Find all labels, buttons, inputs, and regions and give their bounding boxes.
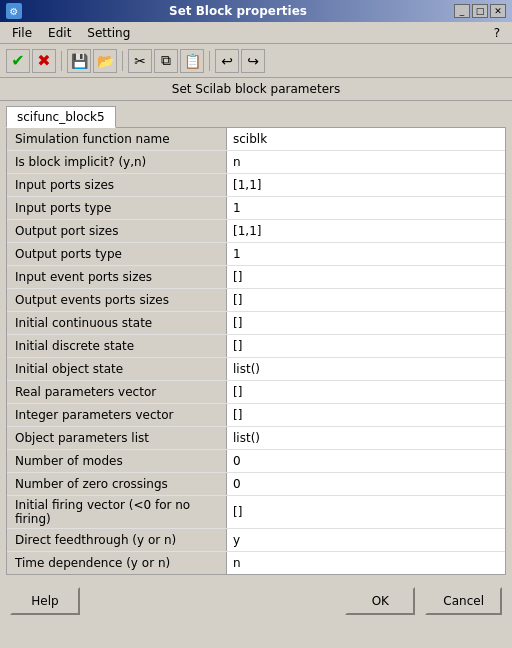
form-row: Output ports type <box>7 243 505 266</box>
menu-bar: File Edit Setting ? <box>0 22 512 44</box>
maximize-button[interactable]: □ <box>472 4 488 18</box>
form-label: Input event ports sizes <box>7 266 227 288</box>
form-input[interactable] <box>233 339 499 353</box>
form-label: Initial object state <box>7 358 227 380</box>
form-value[interactable] <box>227 404 505 426</box>
tab-scifunc[interactable]: scifunc_block5 <box>6 106 116 128</box>
form-value[interactable] <box>227 266 505 288</box>
form-input[interactable] <box>233 132 499 146</box>
toolbar-separator-2 <box>122 51 123 71</box>
form-input[interactable] <box>233 247 499 261</box>
sub-header: Set Scilab block parameters <box>0 78 512 101</box>
help-button[interactable]: Help <box>10 587 80 615</box>
form-input[interactable] <box>233 505 499 519</box>
save-button[interactable]: 💾 <box>67 49 91 73</box>
form-label: Object parameters list <box>7 427 227 449</box>
toolbar-separator-1 <box>61 51 62 71</box>
form-input[interactable] <box>233 533 499 547</box>
check-button[interactable]: ✔ <box>6 49 30 73</box>
close-button[interactable]: ✕ <box>490 4 506 18</box>
form-input[interactable] <box>233 556 499 570</box>
menu-help[interactable]: ? <box>486 24 508 42</box>
menu-edit[interactable]: Edit <box>40 24 79 42</box>
form-value[interactable] <box>227 552 505 574</box>
form-value[interactable] <box>227 473 505 495</box>
form-row: Simulation function name <box>7 128 505 151</box>
form-label: Time dependence (y or n) <box>7 552 227 574</box>
redo-icon: ↪ <box>247 53 259 69</box>
form-label: Simulation function name <box>7 128 227 150</box>
form-value[interactable] <box>227 128 505 150</box>
form-value[interactable] <box>227 450 505 472</box>
open-icon: 📂 <box>97 53 114 69</box>
open-button[interactable]: 📂 <box>93 49 117 73</box>
undo-button[interactable]: ↩ <box>215 49 239 73</box>
copy-button[interactable]: ⧉ <box>154 49 178 73</box>
form-input[interactable] <box>233 316 499 330</box>
x-button[interactable]: ✖ <box>32 49 56 73</box>
form-value[interactable] <box>227 243 505 265</box>
bottom-bar: Help OK Cancel <box>0 581 512 621</box>
form-value[interactable] <box>227 312 505 334</box>
form-input[interactable] <box>233 201 499 215</box>
form-input[interactable] <box>233 477 499 491</box>
form-input[interactable] <box>233 155 499 169</box>
toolbar-separator-3 <box>209 51 210 71</box>
form-input[interactable] <box>233 431 499 445</box>
form-input[interactable] <box>233 454 499 468</box>
form-row: Number of zero crossings <box>7 473 505 496</box>
form-value[interactable] <box>227 427 505 449</box>
redo-button[interactable]: ↪ <box>241 49 265 73</box>
form-input[interactable] <box>233 224 499 238</box>
form-row: Integer parameters vector <box>7 404 505 427</box>
form-row: Input ports type <box>7 197 505 220</box>
title-bar: ⚙ Set Block properties _ □ ✕ <box>0 0 512 22</box>
form-label: Is block implicit? (y,n) <box>7 151 227 173</box>
form-row: Object parameters list <box>7 427 505 450</box>
form-label: Initial discrete state <box>7 335 227 357</box>
form-row: Initial continuous state <box>7 312 505 335</box>
cancel-button[interactable]: Cancel <box>425 587 502 615</box>
form-row: Output port sizes <box>7 220 505 243</box>
form-label: Initial firing vector (<0 for no firing) <box>7 496 227 528</box>
undo-icon: ↩ <box>221 53 233 69</box>
x-icon: ✖ <box>37 51 50 70</box>
form-value[interactable] <box>227 289 505 311</box>
form-input[interactable] <box>233 385 499 399</box>
form-input[interactable] <box>233 270 499 284</box>
form-value[interactable] <box>227 335 505 357</box>
form-row: Is block implicit? (y,n) <box>7 151 505 174</box>
toolbar: ✔ ✖ 💾 📂 ✂ ⧉ 📋 ↩ ↪ <box>0 44 512 78</box>
form-label: Number of modes <box>7 450 227 472</box>
form-value[interactable] <box>227 220 505 242</box>
form-value[interactable] <box>227 529 505 551</box>
form-input[interactable] <box>233 293 499 307</box>
form-label: Output port sizes <box>7 220 227 242</box>
form-input[interactable] <box>233 362 499 376</box>
paste-icon: 📋 <box>184 53 201 69</box>
form-row: Time dependence (y or n) <box>7 552 505 574</box>
form-label: Input ports sizes <box>7 174 227 196</box>
form-container: Simulation function nameIs block implici… <box>6 127 506 575</box>
form-value[interactable] <box>227 151 505 173</box>
form-row: Direct feedthrough (y or n) <box>7 529 505 552</box>
form-input[interactable] <box>233 178 499 192</box>
menu-file[interactable]: File <box>4 24 40 42</box>
minimize-button[interactable]: _ <box>454 4 470 18</box>
cut-button[interactable]: ✂ <box>128 49 152 73</box>
window-controls: _ □ ✕ <box>454 4 506 18</box>
form-value[interactable] <box>227 358 505 380</box>
paste-button[interactable]: 📋 <box>180 49 204 73</box>
form-value[interactable] <box>227 381 505 403</box>
form-label: Direct feedthrough (y or n) <box>7 529 227 551</box>
form-label: Number of zero crossings <box>7 473 227 495</box>
form-value[interactable] <box>227 174 505 196</box>
menu-setting[interactable]: Setting <box>79 24 138 42</box>
form-row: Number of modes <box>7 450 505 473</box>
ok-button[interactable]: OK <box>345 587 415 615</box>
form-value[interactable] <box>227 197 505 219</box>
form-input[interactable] <box>233 408 499 422</box>
tab-bar: scifunc_block5 <box>0 101 512 127</box>
form-value[interactable] <box>227 501 505 523</box>
form-row: Initial discrete state <box>7 335 505 358</box>
